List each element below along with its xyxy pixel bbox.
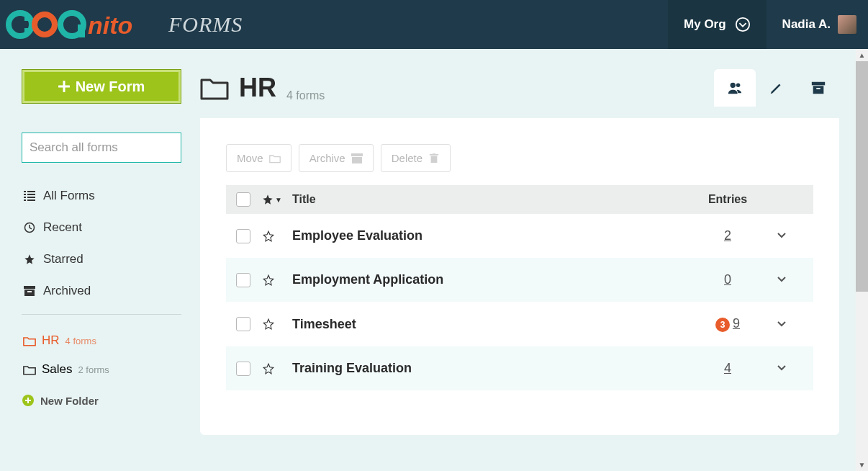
scroll-down-icon[interactable]: ▼ [856,459,868,471]
forms-panel: Move Archive Delete ▼ Title [200,118,839,435]
chevron-down-icon[interactable] [777,318,787,328]
scrollbar[interactable]: ▲ [856,49,868,471]
sidebar-item-label: Archived [43,284,91,298]
clock-icon [23,222,36,233]
tab-edit[interactable] [756,69,797,107]
svg-rect-11 [24,290,35,296]
sidebar-item-label: All Forms [43,189,95,203]
tab-sharing[interactable] [714,69,756,107]
user-menu[interactable]: Nadia A. [767,0,868,49]
form-title[interactable]: Training Evaluation [292,361,412,375]
form-title[interactable]: Timesheet [292,317,356,331]
page-header: HR 4 forms [200,49,839,118]
delete-button[interactable]: Delete [381,144,451,172]
sidebar-item-recent[interactable]: Recent [22,212,181,243]
page-subtitle: 4 forms [286,89,325,107]
table-row: Training Evaluation 4 [226,346,813,390]
sidebar-item-all-forms[interactable]: All Forms [22,180,181,212]
org-label: My Org [684,17,726,32]
form-title[interactable]: Employee Evaluation [292,228,422,243]
row-checkbox[interactable] [236,229,250,243]
page-title: HR [239,73,276,103]
folder-icon [200,76,229,100]
star-outline-icon[interactable] [262,318,275,331]
star-icon [23,254,36,265]
row-checkbox[interactable] [236,317,250,331]
svg-point-3 [35,14,55,35]
app-header: nito FORMS My Org Nadia A. [0,0,868,49]
table-row: Employee Evaluation 2 [226,214,813,258]
scroll-thumb[interactable] [856,61,868,292]
archive-button[interactable]: Archive [299,144,374,172]
cognito-logo-icon: nito [6,6,164,42]
new-form-button[interactable]: New Form [22,69,181,104]
action-label: Move [237,152,263,164]
pencil-icon [769,80,785,96]
action-label: Delete [392,152,422,164]
svg-point-15 [736,84,741,88]
star-outline-icon[interactable] [262,362,275,375]
tab-archive[interactable] [797,69,839,107]
folder-icon [23,336,36,346]
chevron-down-icon[interactable] [777,362,787,372]
entries-count[interactable]: 9 [733,316,740,331]
sidebar-item-label: Starred [43,252,83,266]
row-checkbox[interactable] [236,273,250,287]
list-icon [23,191,36,201]
folder-item-sales[interactable]: Sales 2 forms [22,355,184,384]
row-checkbox[interactable] [236,362,250,376]
folder-count: 2 forms [78,364,109,375]
column-header-title[interactable]: Title [292,193,695,206]
svg-point-7 [736,18,749,31]
new-form-label: New Form [76,78,145,95]
svg-rect-17 [813,86,824,94]
new-folder-label: New Folder [40,395,99,407]
form-title[interactable]: Employment Application [292,272,443,287]
column-header-entries[interactable]: Entries [695,193,760,206]
plus-icon [58,81,70,92]
brand-suffix: FORMS [168,12,243,37]
entries-count[interactable]: 0 [724,272,731,287]
new-entries-badge[interactable]: 3 [715,318,730,332]
star-outline-icon[interactable] [262,274,275,287]
bulk-actions: Move Archive Delete [226,144,813,172]
entries-count[interactable]: 2 [724,228,731,243]
user-name: Nadia A. [782,17,831,32]
page-tabs [714,69,839,107]
chevron-down-icon[interactable] [777,274,787,284]
caret-down-icon: ▼ [275,196,282,204]
svg-rect-18 [816,88,820,89]
brand-logo[interactable]: nito FORMS [6,6,243,42]
archive-icon [23,286,36,296]
entries-count[interactable]: 4 [724,361,731,375]
table-row: Employment Application 0 [226,258,813,302]
svg-rect-2 [24,28,32,32]
scroll-up-icon[interactable]: ▲ [856,49,868,61]
svg-point-0 [9,13,32,36]
table-header: ▼ Title Entries [226,185,813,214]
search-input[interactable] [30,140,182,155]
sidebar-item-archived[interactable]: Archived [22,275,181,307]
table-row: Timesheet 39 [226,302,813,346]
search-box[interactable] [22,133,181,163]
new-folder-button[interactable]: New Folder [22,394,184,407]
org-switcher[interactable]: My Org [668,0,767,49]
move-button[interactable]: Move [226,144,291,172]
svg-rect-22 [430,153,438,155]
folder-item-hr[interactable]: HR 4 forms [22,326,184,355]
folder-count: 4 forms [65,336,96,346]
select-all-checkbox[interactable] [236,192,250,207]
svg-rect-16 [812,82,825,86]
sidebar-item-starred[interactable]: Starred [22,243,181,275]
sidebar-separator [22,314,181,315]
svg-rect-10 [24,286,35,289]
folder-icon [23,364,36,375]
svg-rect-5 [78,24,85,37]
svg-rect-23 [433,153,435,154]
sidebar: New Form All Forms Recent [0,49,200,471]
sort-by-star[interactable]: ▼ [262,194,292,205]
folder-icon [269,153,281,163]
star-outline-icon[interactable] [262,230,275,243]
chevron-down-icon[interactable] [777,230,787,240]
main-content: HR 4 forms Move [200,49,868,471]
